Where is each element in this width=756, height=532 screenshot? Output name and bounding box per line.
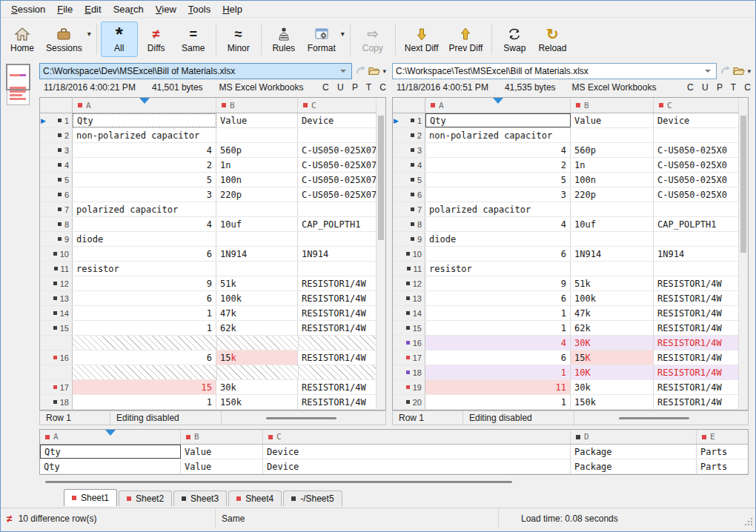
- cell[interactable]: RESISTOR1/4W: [654, 306, 738, 320]
- table-row[interactable]: 9diode: [40, 232, 376, 247]
- cell[interactable]: 1: [73, 321, 216, 335]
- row-number-cell[interactable]: 11: [393, 262, 425, 276]
- cell[interactable]: Value: [181, 459, 263, 473]
- table-row[interactable]: 63220pC-US050-025X0: [393, 187, 738, 202]
- row-number-cell[interactable]: 2: [40, 128, 73, 142]
- cell[interactable]: 220p: [571, 187, 654, 202]
- row-number-cell[interactable]: 11: [40, 262, 73, 276]
- diff-map[interactable]: [7, 64, 30, 105]
- left-browse-dropdown-icon[interactable]: ▾: [382, 67, 386, 75]
- cell[interactable]: 150k: [216, 395, 298, 409]
- right-browse-dropdown-icon[interactable]: ▾: [747, 67, 751, 75]
- row-number-cell[interactable]: 20: [393, 395, 425, 409]
- merged-column-header-d[interactable]: D: [571, 430, 697, 444]
- cell[interactable]: 47k: [571, 306, 654, 320]
- cell[interactable]: Value: [216, 113, 298, 127]
- cell[interactable]: 30k: [216, 380, 298, 394]
- prev-diff-button[interactable]: Prev Diff: [444, 21, 488, 57]
- merged-column-header-b[interactable]: B: [181, 430, 263, 444]
- cell[interactable]: 6: [73, 291, 216, 305]
- column-header-b[interactable]: B: [216, 98, 298, 113]
- row-number-cell[interactable]: 14: [40, 306, 73, 320]
- table-row[interactable]: 191130kRESISTOR1/4W: [393, 380, 738, 395]
- row-number-cell[interactable]: 18: [393, 365, 425, 379]
- table-row[interactable]: 17615KRESISTOR1/4W: [393, 350, 738, 365]
- cell[interactable]: 1n: [216, 158, 298, 172]
- cell[interactable]: 4: [73, 143, 216, 157]
- row-number-cell[interactable]: 2: [393, 128, 425, 142]
- cell[interactable]: 15k: [216, 350, 298, 365]
- table-row[interactable]: 7polarized capacitor: [40, 202, 376, 217]
- swap-button[interactable]: Swap: [496, 21, 533, 57]
- cell[interactable]: Value: [571, 113, 654, 127]
- row-number-cell[interactable]: 5: [40, 173, 73, 187]
- cell[interactable]: C-US050-025X0: [654, 158, 738, 172]
- cell[interactable]: 47k: [216, 306, 298, 320]
- cell[interactable]: 10K: [571, 365, 654, 379]
- cell[interactable]: Parts: [697, 459, 748, 473]
- diffs-button[interactable]: ≠ Diffs: [138, 21, 175, 57]
- cell[interactable]: 11: [425, 380, 571, 394]
- table-row[interactable]: 12951kRESISTOR1/4W: [393, 276, 738, 291]
- right-browse-folder-icon[interactable]: [733, 64, 745, 78]
- cell[interactable]: 5: [73, 173, 216, 187]
- cell[interactable]: [654, 128, 738, 142]
- reload-button[interactable]: ↻ Reload: [533, 21, 571, 57]
- cell[interactable]: [298, 202, 376, 216]
- cell[interactable]: Device: [298, 113, 376, 127]
- cell[interactable]: [654, 202, 738, 216]
- cell[interactable]: 10uf: [571, 217, 654, 231]
- cell[interactable]: C-US050-025X0: [654, 143, 738, 157]
- cell[interactable]: Qty: [40, 459, 181, 473]
- table-row[interactable]: 1061N9141N914: [393, 247, 738, 262]
- cell[interactable]: 1N914: [216, 247, 298, 261]
- cell[interactable]: C-US050-025X0: [654, 173, 738, 187]
- cell[interactable]: Device: [263, 459, 571, 473]
- table-row[interactable]: 9diode: [393, 232, 738, 247]
- minor-button[interactable]: ≈ Minor: [220, 21, 257, 57]
- cell[interactable]: 5: [425, 173, 571, 187]
- bottom-horizontal-scrollbar[interactable]: [39, 479, 749, 486]
- cell[interactable]: 1n: [571, 158, 654, 172]
- table-row[interactable]: 181150kRESISTOR1/4W: [40, 395, 376, 410]
- cell[interactable]: [216, 128, 298, 142]
- row-number-cell[interactable]: 13: [40, 291, 73, 305]
- key-column-indicator-icon[interactable]: [493, 98, 503, 104]
- menu-item-help[interactable]: Help: [216, 1, 248, 17]
- cell[interactable]: [298, 232, 376, 246]
- table-row[interactable]: 55100nC-US050-025X07: [40, 173, 376, 187]
- cell[interactable]: 6: [425, 350, 571, 365]
- cell[interactable]: Qty: [73, 113, 216, 127]
- row-number-cell[interactable]: 6: [393, 187, 425, 202]
- cell[interactable]: 15K: [571, 350, 654, 365]
- home-button[interactable]: Home: [4, 21, 41, 57]
- cell[interactable]: 62k: [216, 321, 298, 335]
- table-row[interactable]: 16430KRESISTOR1/4W: [393, 336, 738, 350]
- row-number-cell[interactable]: 18: [40, 395, 73, 409]
- cell[interactable]: 150k: [571, 395, 654, 409]
- table-row[interactable]: 34560pC-US050-025X07: [40, 143, 376, 158]
- table-row[interactable]: 12951kRESISTOR1/4W: [40, 276, 376, 291]
- right-path-combo-chevron-icon[interactable]: [703, 70, 713, 73]
- cell[interactable]: RESISTOR1/4W: [298, 380, 376, 394]
- table-row[interactable]: 8410ufCAP_POLPTH1: [40, 217, 376, 232]
- table-row[interactable]: 15162kRESISTOR1/4W: [40, 321, 376, 336]
- right-refresh-icon[interactable]: [719, 64, 731, 78]
- table-row[interactable]: ▶1QtyValueDevice: [393, 113, 738, 128]
- cell[interactable]: 15: [73, 380, 216, 394]
- cell[interactable]: [571, 202, 654, 216]
- cell[interactable]: 100k: [216, 291, 298, 305]
- cell[interactable]: 4: [425, 336, 571, 350]
- table-row[interactable]: 421nC-US050-025X0: [393, 158, 738, 173]
- cell[interactable]: Parts: [697, 445, 748, 459]
- all-button[interactable]: * All: [101, 21, 138, 57]
- menu-item-view[interactable]: View: [150, 1, 182, 17]
- table-row[interactable]: 1061N9141N914: [40, 247, 376, 262]
- row-number-cell[interactable]: 12: [40, 276, 73, 290]
- right-path-input[interactable]: C:\Workspace\Test\MSExcel\Bill of Materi…: [392, 63, 717, 79]
- cell[interactable]: 560p: [216, 143, 298, 157]
- cell[interactable]: RESISTOR1/4W: [654, 321, 738, 335]
- column-header-b[interactable]: B: [571, 98, 654, 113]
- rules-button[interactable]: Rules: [265, 21, 302, 57]
- row-number-cell[interactable]: ▶1: [40, 113, 73, 127]
